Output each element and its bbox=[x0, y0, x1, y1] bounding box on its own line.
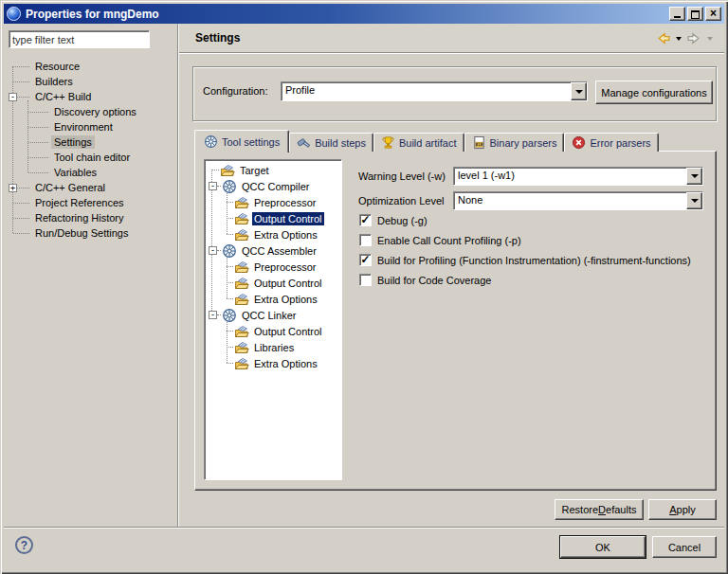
tree-connector bbox=[17, 188, 29, 188]
sidebar-item-ccpp-build[interactable]: -C/C++ Build bbox=[8, 89, 174, 104]
tool-tree-item-output-control[interactable]: Output Control bbox=[205, 323, 341, 339]
sidebar-item-resource[interactable]: Resource bbox=[8, 59, 174, 74]
filter-input[interactable] bbox=[9, 30, 150, 48]
tool-tree-item-qcc-compiler[interactable]: -QCC Compiler bbox=[205, 178, 341, 194]
warning-level-label: Warning Level (-w) bbox=[358, 170, 446, 182]
sidebar-item-run-debug-settings[interactable]: Run/Debug Settings bbox=[8, 225, 174, 241]
sidebar-item-builders[interactable]: Builders bbox=[8, 74, 174, 89]
tool-tree-item-extra-options[interactable]: Extra Options bbox=[205, 226, 341, 242]
sidebar-item-discovery-options[interactable]: Discovery options bbox=[8, 104, 174, 119]
apply-button[interactable]: Apply bbox=[648, 499, 717, 520]
forward-arrow-icon[interactable] bbox=[686, 30, 702, 46]
tree-expander[interactable]: - bbox=[209, 182, 217, 190]
sidebar-item-ccpp-general[interactable]: +C/C++ General bbox=[8, 180, 174, 195]
tree-expander[interactable]: + bbox=[9, 184, 17, 192]
sidebar-item-settings[interactable]: Settings bbox=[8, 135, 174, 150]
tab-error-parsers[interactable]: Error parsers bbox=[564, 133, 658, 152]
checkbox-code-coverage[interactable]: Build for Code Coverage bbox=[359, 274, 491, 286]
open-folder-icon bbox=[234, 276, 249, 291]
tab-build-steps[interactable]: Build steps bbox=[289, 133, 373, 152]
tree-connector bbox=[227, 234, 233, 235]
page-title: Settings bbox=[195, 31, 240, 45]
tree-connector bbox=[227, 266, 233, 267]
chevron-down-icon bbox=[691, 199, 699, 206]
manage-configurations-button[interactable]: Manage configurations bbox=[595, 81, 713, 104]
close-icon: × bbox=[710, 8, 717, 20]
tree-connector bbox=[217, 314, 221, 315]
checkbox-build-for-profiling[interactable]: Build for Profiling (Function Instrument… bbox=[359, 254, 691, 266]
minimize-button[interactable] bbox=[669, 7, 685, 21]
dropdown-button[interactable] bbox=[686, 168, 702, 185]
bottom-separator bbox=[4, 527, 724, 529]
ok-button[interactable]: OK bbox=[560, 536, 646, 558]
warning-level-select[interactable]: level 1 (-w1) bbox=[453, 167, 703, 186]
sidebar-item-environment[interactable]: Environment bbox=[8, 119, 174, 135]
tool-tree-item-target[interactable]: Target bbox=[205, 162, 341, 178]
tab-tool-settings[interactable]: Tool settings bbox=[194, 130, 289, 152]
error-circle-icon bbox=[572, 135, 586, 150]
cancel-button[interactable]: Cancel bbox=[652, 536, 717, 558]
tool-settings-pane: Target -QCC Compiler Preprocessor Output… bbox=[194, 151, 717, 491]
trophy-icon bbox=[381, 135, 395, 150]
checkbox[interactable] bbox=[359, 234, 372, 246]
tool-tree: Target -QCC Compiler Preprocessor Output… bbox=[204, 159, 342, 480]
tab-binary-parsers[interactable]: Binary parsers bbox=[464, 133, 565, 152]
close-button[interactable]: × bbox=[705, 7, 721, 21]
checkbox-call-count-profiling[interactable]: Enable Call Count Profiling (-p) bbox=[359, 234, 521, 246]
sidebar-item-variables[interactable]: Variables bbox=[8, 165, 174, 180]
open-folder-icon bbox=[234, 211, 249, 226]
tree-connector bbox=[227, 363, 233, 364]
checkbox[interactable] bbox=[359, 214, 372, 226]
tree-connector bbox=[227, 331, 233, 332]
tree-connector bbox=[28, 142, 48, 143]
back-menu-caret[interactable] bbox=[676, 37, 682, 44]
chevron-down-icon bbox=[691, 174, 699, 182]
titlebar[interactable]: Properties for mngDemo × bbox=[4, 4, 724, 24]
tree-expander[interactable]: - bbox=[209, 246, 217, 255]
tree-connector bbox=[28, 157, 48, 158]
tool-tree-item-preprocessor[interactable]: Preprocessor bbox=[205, 194, 341, 210]
tree-expander[interactable]: - bbox=[209, 311, 217, 319]
tree-expander[interactable]: - bbox=[9, 93, 17, 101]
back-arrow-icon[interactable] bbox=[655, 30, 671, 46]
tree-connector bbox=[212, 170, 219, 170]
optimization-level-label: Optimization Level bbox=[358, 195, 445, 206]
checkbox[interactable] bbox=[359, 254, 372, 266]
tool-tree-item-output-control[interactable]: Output Control bbox=[205, 210, 341, 226]
tool-tree-item-qcc-linker[interactable]: -QCC Linker bbox=[205, 307, 341, 323]
help-icon: ? bbox=[21, 539, 27, 552]
tool-tree-item-libraries[interactable]: Libraries bbox=[205, 339, 341, 355]
tool-tree-item-qcc-assembler[interactable]: -QCC Assembler bbox=[205, 242, 341, 259]
sidebar-item-refactoring-history[interactable]: Refactoring History bbox=[8, 210, 174, 225]
open-folder-icon bbox=[234, 340, 249, 355]
wheel-icon bbox=[222, 179, 237, 194]
checkbox-debug[interactable]: Debug (-g) bbox=[359, 214, 428, 226]
optimization-level-select[interactable]: None bbox=[453, 191, 703, 210]
dropdown-button[interactable] bbox=[686, 192, 702, 209]
checkbox[interactable] bbox=[359, 274, 372, 286]
tool-tree-item-preprocessor[interactable]: Preprocessor bbox=[205, 259, 341, 275]
tab-build-artifact[interactable]: Build artifact bbox=[373, 133, 464, 152]
sidebar-item-project-references[interactable]: Project References bbox=[8, 195, 174, 210]
panel-divider[interactable] bbox=[177, 24, 179, 528]
wheel-icon bbox=[222, 308, 237, 323]
dropdown-button[interactable] bbox=[571, 82, 587, 100]
tree-connector bbox=[227, 298, 233, 299]
restore-defaults-button[interactable]: Restore Defaults bbox=[555, 499, 644, 520]
tree-connector bbox=[13, 203, 29, 204]
help-button[interactable]: ? bbox=[15, 536, 33, 554]
tree-connector bbox=[13, 233, 29, 234]
window-title: Properties for mngDemo bbox=[26, 8, 667, 21]
tree-connector bbox=[13, 218, 29, 219]
wheel-icon bbox=[222, 243, 237, 259]
tool-tree-item-output-control[interactable]: Output Control bbox=[205, 275, 341, 291]
tree-connector bbox=[227, 347, 233, 348]
configuration-select[interactable]: Profile bbox=[281, 81, 588, 101]
forward-menu-caret[interactable] bbox=[707, 37, 713, 44]
tool-tree-item-extra-options[interactable]: Extra Options bbox=[205, 291, 341, 307]
sidebar-item-tool-chain-editor[interactable]: Tool chain editor bbox=[8, 150, 174, 165]
tool-tree-item-extra-options[interactable]: Extra Options bbox=[205, 355, 341, 371]
maximize-button[interactable] bbox=[687, 7, 703, 21]
wheel-icon bbox=[204, 135, 218, 149]
tree-connector bbox=[227, 218, 233, 219]
